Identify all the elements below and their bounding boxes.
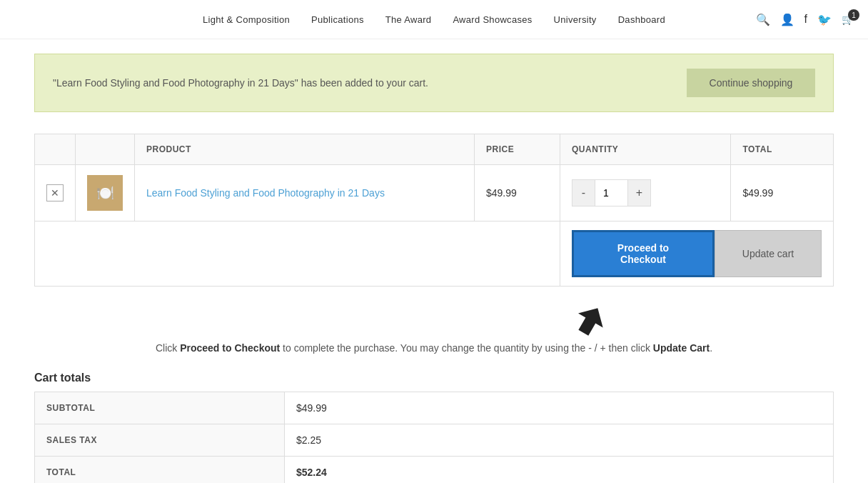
nav-icons: 🔍 👤 f 🐦 🛒 1 (756, 13, 854, 26)
nav-item-light-composition[interactable]: Light & Composition (203, 14, 290, 25)
search-icon[interactable]: 🔍 (756, 13, 770, 26)
cart-table-header: PRODUCT PRICE QUANTITY TOTAL (35, 134, 834, 165)
col-total: TOTAL (731, 134, 834, 165)
action-row-buttons: Proceed to Checkout Update cart (560, 221, 834, 287)
cart-totals-table: SUBTOTAL $49.99 SALES TAX $2.25 TOTAL $5… (34, 392, 834, 483)
instruction-update: Update Cart (653, 342, 710, 354)
quantity-controls: - + (572, 179, 651, 206)
nav-item-the-award[interactable]: The Award (385, 14, 432, 25)
product-total: $49.99 (742, 187, 773, 199)
instruction-link: Proceed to Checkout (180, 342, 280, 354)
update-cart-button[interactable]: Update cart (715, 230, 822, 277)
nav-item-dashboard[interactable]: Dashboard (618, 14, 665, 25)
cart-item-total-cell: $49.99 (731, 165, 834, 221)
user-icon[interactable]: 👤 (780, 13, 794, 26)
nav-item-university[interactable]: University (554, 14, 597, 25)
notification-banner: "Learn Food Styling and Food Photography… (34, 54, 834, 112)
total-value: $52.24 (285, 457, 834, 484)
instruction-pre: Click (156, 342, 180, 354)
qty-decrease-button[interactable]: - (572, 180, 595, 206)
nav-item-publications[interactable]: Publications (311, 14, 364, 25)
continue-shopping-button[interactable]: Continue shopping (687, 69, 815, 97)
col-product: PRODUCT (135, 134, 475, 165)
instruction-period: . (710, 342, 712, 354)
cart-item-qty-cell: - + (560, 165, 731, 221)
nav-links: Light & Composition Publications The Awa… (203, 14, 665, 25)
product-link[interactable]: Learn Food Styling and Food Photography … (146, 187, 385, 199)
twitter-icon[interactable]: 🐦 (817, 13, 832, 26)
nav-item-award-showcases[interactable]: Award Showcases (453, 14, 532, 25)
total-label: TOTAL (35, 457, 285, 484)
qty-input[interactable] (595, 180, 627, 206)
cart-icon-wrap[interactable]: 🛒 1 (842, 14, 854, 25)
cart-table: PRODUCT PRICE QUANTITY TOTAL ✕ 🍽️ Learn … (34, 134, 834, 287)
tax-value: $2.25 (285, 424, 834, 457)
cart-badge: 1 (848, 9, 859, 21)
subtotal-value: $49.99 (285, 392, 834, 424)
action-row-spacer (35, 221, 560, 287)
remove-item-button[interactable]: ✕ (46, 184, 64, 201)
arrow-icon (570, 301, 605, 337)
col-image (76, 134, 135, 165)
product-thumbnail: 🍽️ (87, 175, 123, 211)
cart-totals-title: Cart totals (34, 372, 834, 384)
totals-subtotal-row: SUBTOTAL $49.99 (35, 392, 834, 424)
cart-item-row: ✕ 🍽️ Learn Food Styling and Food Photogr… (35, 165, 834, 221)
facebook-icon[interactable]: f (804, 13, 807, 26)
tax-label: SALES TAX (35, 424, 285, 457)
col-remove (35, 134, 76, 165)
proceed-to-checkout-button[interactable]: Proceed to Checkout (572, 230, 715, 277)
main-nav: Light & Composition Publications The Awa… (0, 0, 868, 39)
action-buttons: Proceed to Checkout Update cart (572, 230, 822, 277)
col-quantity: QUANTITY (560, 134, 731, 165)
col-price: PRICE (475, 134, 560, 165)
cart-item-name-cell: Learn Food Styling and Food Photography … (135, 165, 475, 221)
qty-increase-button[interactable]: + (627, 180, 650, 206)
cart-item-image-cell: 🍽️ (76, 165, 135, 221)
cart-item-remove-cell: ✕ (35, 165, 76, 221)
totals-total-row: TOTAL $52.24 (35, 457, 834, 484)
instruction-text: Click Proceed to Checkout to complete th… (34, 342, 834, 354)
totals-tax-row: SALES TAX $2.25 (35, 424, 834, 457)
cart-item-price-cell: $49.99 (475, 165, 560, 221)
arrow-annotation (34, 301, 834, 337)
instruction-post: to complete the purchase. You may change… (280, 342, 653, 354)
main-content: "Learn Food Styling and Food Photography… (20, 39, 848, 483)
subtotal-label: SUBTOTAL (35, 392, 285, 424)
cart-action-row: Proceed to Checkout Update cart (35, 221, 834, 287)
product-price: $49.99 (486, 187, 517, 199)
svg-marker-0 (571, 301, 605, 337)
notification-text: "Learn Food Styling and Food Photography… (53, 77, 428, 89)
